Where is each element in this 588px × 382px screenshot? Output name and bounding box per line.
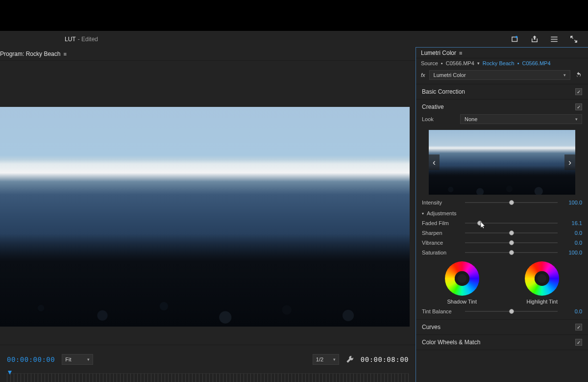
vibrance-slider: Vibrance 0.0 (422, 240, 582, 246)
highlight-tint-wheel[interactable] (525, 261, 559, 296)
sharpen-track[interactable] (465, 230, 558, 236)
panel-menu-icon[interactable] (550, 35, 559, 44)
section-curves: Curves (416, 320, 588, 335)
intensity-value[interactable]: 100.0 (562, 200, 582, 205)
saturation-track[interactable] (465, 250, 558, 255)
playback-resolution-select[interactable]: 1/2 ▾ (313, 354, 339, 365)
faded-film-value[interactable]: 16.1 (562, 220, 582, 226)
section-head-creative[interactable]: Creative (416, 100, 588, 114)
faded-film-label: Faded Film (422, 220, 461, 226)
vibrance-track[interactable] (465, 240, 558, 246)
section-toggle-checkbox[interactable] (575, 88, 582, 95)
saturation-label: Saturation (422, 250, 461, 255)
app-header: LUT - Edited (0, 31, 588, 47)
linked-clip-name[interactable]: C0566.MP4 (522, 60, 550, 66)
source-link-row: Source • C0566.MP4 ▾ Rocky Beach • C0566… (416, 58, 588, 68)
settings-wrench-icon[interactable] (346, 356, 354, 363)
chevron-down-icon: ▾ (87, 357, 90, 362)
section-basic-correction: Basic Correction (416, 84, 588, 100)
slider-thumb[interactable] (509, 240, 514, 245)
slider-thumb[interactable] (509, 200, 514, 205)
section-toggle-checkbox[interactable] (575, 103, 582, 110)
zoom-fit-select[interactable]: Fit ▾ (62, 354, 93, 365)
intensity-track[interactable] (465, 200, 558, 205)
section-toggle-checkbox[interactable] (575, 339, 582, 346)
program-video-frame[interactable] (0, 107, 410, 327)
chevron-down-icon: ▾ (575, 117, 578, 122)
effect-select-value: Lumetri Color (434, 72, 466, 78)
time-ruler[interactable] (7, 373, 409, 382)
svg-point-1 (515, 36, 518, 38)
section-creative: Creative Look None ▾ ‹ › Intensity (416, 100, 588, 320)
tint-wheels: Shadow Tint Highlight Tint (422, 259, 582, 305)
disclosure-triangle-icon: ▾ (422, 211, 424, 216)
vibrance-value[interactable]: 0.0 (562, 240, 582, 246)
saturation-slider: Saturation 100.0 (422, 250, 582, 255)
highlight-tint-label: Highlight Tint (526, 299, 558, 305)
tint-balance-track[interactable] (465, 308, 558, 314)
vibrance-label: Vibrance (422, 240, 461, 246)
section-label: Creative (422, 103, 444, 110)
playhead-indicator[interactable] (7, 371, 13, 377)
export-icon[interactable] (530, 35, 539, 44)
highlight-tint-column: Highlight Tint (525, 261, 559, 305)
resolution-value: 1/2 (316, 357, 323, 362)
reset-effect-icon[interactable] (574, 71, 583, 79)
section-head-basic[interactable]: Basic Correction (416, 84, 588, 99)
svg-rect-3 (551, 39, 558, 40)
chevron-down-icon[interactable]: ▾ (477, 61, 480, 66)
look-row: Look None ▾ (422, 114, 582, 124)
duration-timecode[interactable]: 00:00:08:00 (361, 356, 409, 363)
program-sequence-name: Rocky Beach (26, 51, 61, 57)
section-label: Color Wheels & Match (422, 339, 480, 346)
source-clip-name[interactable]: C0566.MP4 (446, 60, 474, 66)
slider-thumb[interactable] (477, 221, 482, 226)
source-label: Source (421, 60, 438, 66)
sharpen-value[interactable]: 0.0 (562, 230, 582, 236)
project-name: LUT (65, 36, 76, 43)
look-prev-arrow[interactable]: ‹ (429, 154, 440, 170)
section-label: Basic Correction (422, 88, 465, 95)
document-title: LUT - Edited (65, 36, 98, 43)
saturation-value[interactable]: 100.0 (562, 250, 582, 255)
program-footer: 00:00:00:00 Fit ▾ 1/2 ▾ 00:00:08:00 (0, 345, 416, 373)
sharpen-slider: Sharpen 0.0 (422, 230, 582, 236)
linked-sequence-name[interactable]: Rocky Beach (483, 60, 514, 66)
tint-balance-label: Tint Balance (422, 308, 461, 314)
section-head-curves[interactable]: Curves (416, 320, 588, 334)
effect-selector-row: fx Lumetri Color ▾ (416, 68, 588, 84)
lumetri-color-panel: Lumetri Color ≡ Source • C0566.MP4 ▾ Roc… (416, 47, 588, 382)
section-head-color-wheels[interactable]: Color Wheels & Match (416, 335, 588, 350)
tint-balance-slider: Tint Balance 0.0 (422, 308, 582, 314)
section-toggle-checkbox[interactable] (575, 324, 582, 331)
svg-rect-2 (551, 36, 558, 37)
effect-select[interactable]: Lumetri Color ▾ (429, 70, 570, 80)
adjustments-label: Adjustments (427, 210, 457, 216)
fx-badge[interactable]: fx (421, 72, 425, 78)
tint-balance-value[interactable]: 0.0 (562, 308, 582, 314)
shadow-tint-wheel[interactable] (445, 261, 479, 296)
playhead-timecode[interactable]: 00:00:00:00 (7, 356, 55, 363)
intensity-slider: Intensity 100.0 (422, 200, 582, 205)
slider-thumb[interactable] (509, 309, 514, 314)
sharpen-label: Sharpen (422, 230, 461, 236)
shadow-tint-column: Shadow Tint (445, 261, 479, 305)
tab-menu-icon[interactable]: ≡ (63, 51, 66, 57)
intensity-label: Intensity (422, 200, 461, 205)
slider-thumb[interactable] (509, 230, 514, 235)
adjustments-subhead[interactable]: ▾ Adjustments (422, 210, 582, 216)
slider-thumb[interactable] (509, 250, 514, 255)
look-next-arrow[interactable]: › (564, 154, 575, 170)
lumetri-panel-tab[interactable]: Lumetri Color ≡ (416, 48, 588, 58)
program-monitor-panel: Program: Rocky Beach ≡ 00:00:00:00 Fit ▾… (0, 47, 416, 382)
look-preview: ‹ › (429, 130, 575, 195)
svg-rect-4 (551, 41, 558, 42)
fullscreen-icon[interactable] (569, 35, 578, 44)
new-item-icon[interactable] (511, 35, 519, 44)
chevron-down-icon: ▾ (333, 357, 336, 362)
tab-menu-icon[interactable]: ≡ (459, 50, 462, 56)
faded-film-slider: Faded Film 16.1 (422, 220, 582, 226)
look-select[interactable]: None ▾ (460, 114, 582, 124)
faded-film-track[interactable] (465, 220, 558, 226)
program-tab[interactable]: Program: Rocky Beach ≡ (0, 47, 416, 61)
